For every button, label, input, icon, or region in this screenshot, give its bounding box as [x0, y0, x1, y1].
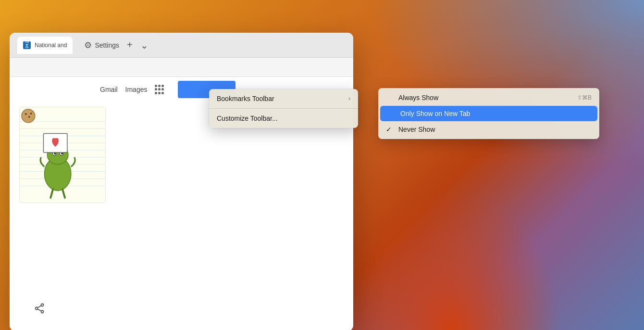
gmail-link[interactable]: Gmail — [100, 86, 118, 93]
menu-item-customize-toolbar-left: Customize Toolbar... — [217, 114, 278, 122]
doodle-svg — [20, 107, 105, 203]
svg-line-27 — [38, 306, 41, 308]
browser-tab[interactable]: TheWCh National and — [17, 37, 73, 54]
settings-label: Settings — [95, 41, 119, 49]
bookmarks-toolbar-label: Bookmarks Toolbar — [217, 95, 274, 102]
tab-list-button[interactable]: ⌄ — [140, 39, 149, 51]
menu-separator — [209, 108, 358, 109]
always-show-label: Always Show — [398, 94, 438, 102]
context-menu-bookmarks-visibility: Always Show ⇧⌘B Only Show on New Tab ✓ N… — [378, 88, 599, 139]
always-show-shortcut: ⇧⌘B — [577, 94, 592, 101]
svg-point-11 — [22, 109, 35, 123]
menu-item-never-show[interactable]: ✓ Never Show — [378, 122, 599, 137]
menu-item-customize-toolbar[interactable]: Customize Toolbar... — [209, 111, 358, 126]
menu-item-always-show[interactable]: Always Show ⇧⌘B — [378, 90, 599, 105]
svg-line-28 — [38, 309, 41, 311]
context-menu-toolbar: Bookmarks Toolbar › Customize Toolbar... — [209, 89, 358, 128]
share-icon[interactable] — [34, 303, 45, 317]
images-link[interactable]: Images — [125, 86, 148, 93]
google-doodle — [19, 107, 106, 203]
only-show-new-tab-label: Only Show on New Tab — [400, 110, 470, 117]
menu-item-bookmarks-toolbar-left: Bookmarks Toolbar — [217, 95, 274, 102]
menu-item-bookmarks-toolbar[interactable]: Bookmarks Toolbar › — [209, 91, 358, 106]
browser-toolbar — [10, 58, 353, 77]
titlebar-actions: ⚙ Settings + ⌄ — [84, 39, 148, 51]
new-tab-button[interactable]: + — [127, 39, 133, 51]
browser-window: TheWCh National and ⚙ Settings + ⌄ Gmail… — [10, 33, 353, 330]
svg-point-12 — [25, 113, 27, 115]
settings-button[interactable]: ⚙ Settings — [84, 40, 119, 51]
svg-point-26 — [41, 311, 44, 313]
customize-toolbar-label: Customize Toolbar... — [217, 114, 278, 122]
svg-point-25 — [36, 307, 38, 310]
gear-icon: ⚙ — [84, 40, 92, 51]
never-show-checkmark: ✓ — [386, 126, 395, 133]
tab-label: National and — [35, 42, 67, 49]
apps-grid-icon — [155, 85, 164, 94]
submenu-chevron-icon: › — [348, 95, 350, 102]
never-show-label: Never Show — [398, 126, 435, 133]
menu-item-only-show-new-tab[interactable]: Only Show on New Tab — [380, 106, 597, 121]
svg-point-13 — [28, 116, 30, 118]
browser-titlebar: TheWCh National and ⚙ Settings + ⌄ — [10, 33, 353, 58]
tab-favicon: TheWCh — [23, 41, 31, 49]
svg-point-14 — [30, 113, 32, 114]
svg-point-24 — [41, 304, 44, 306]
apps-button[interactable] — [155, 85, 166, 94]
